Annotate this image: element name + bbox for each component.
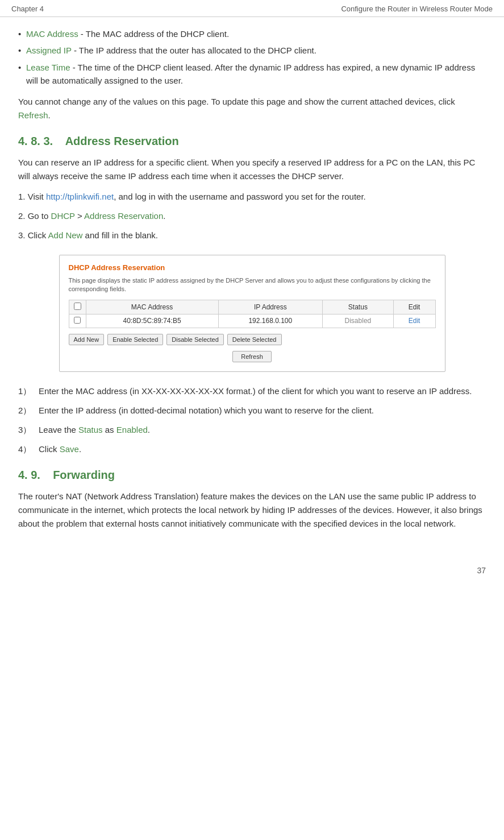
page-number: 37: [477, 566, 486, 575]
add-new-button[interactable]: Add New: [69, 334, 105, 345]
step-2-link2[interactable]: Address Reservation: [84, 211, 163, 221]
enable-selected-button[interactable]: Enable Selected: [107, 334, 163, 345]
sub-step-1-text: Enter the MAC address (in XX-XX-XX-XX-XX…: [39, 384, 486, 398]
col-ip: IP Address: [218, 300, 322, 314]
sub-step-4-save-link[interactable]: Save: [60, 444, 79, 454]
sub-step-4-before: Click: [39, 444, 60, 454]
screenshot-desc: This page displays the static IP address…: [69, 276, 436, 294]
sub-step-1-num: 1）: [18, 384, 39, 398]
col-checkbox: [69, 300, 86, 314]
edit-link[interactable]: Edit: [409, 317, 420, 325]
step-2-num: 2.: [18, 211, 26, 221]
sub-step-4-num: 4）: [18, 442, 39, 456]
section-483-body: You can reserve an IP address for a spec…: [18, 156, 486, 183]
section-49-number: 4. 9.: [18, 469, 40, 481]
refresh-row: Refresh: [69, 351, 436, 362]
step-1-link[interactable]: http://tplinkwifi.net: [46, 192, 114, 201]
step-1-after: , and log in with the username and passw…: [114, 192, 366, 201]
col-edit: Edit: [393, 300, 435, 314]
sub-step-4-after: .: [79, 444, 81, 454]
refresh-para-text: You cannot change any of the values on t…: [18, 97, 455, 106]
lease-time-label: Lease Time: [26, 63, 70, 72]
row-checkbox-cell: [69, 314, 86, 328]
step-2: 2. Go to DHCP > Address Reservation.: [18, 209, 486, 223]
sub-step-3-after: .: [148, 425, 150, 435]
step-3: 3. Click Add New and fill in the blank.: [18, 229, 486, 242]
header-right: Configure the Router in Wireless Router …: [341, 5, 493, 13]
sub-step-3-status-link[interactable]: Status: [78, 425, 103, 435]
sub-step-2: 2） Enter the IP address (in dotted-decim…: [18, 404, 486, 417]
sub-steps-list: 1） Enter the MAC address (in XX-XX-XX-XX…: [18, 384, 486, 456]
step-2-mid: >: [75, 211, 84, 221]
col-mac: MAC Address: [86, 300, 218, 314]
row-edit: Edit: [393, 314, 435, 328]
sub-step-3-text: Leave the Status as Enabled.: [39, 423, 486, 437]
page-footer: 37: [0, 555, 504, 581]
section-49-title: Forwarding: [53, 469, 115, 481]
row-mac: 40:8D:5C:89:74:B5: [86, 314, 218, 328]
dhcp-table: MAC Address IP Address Status Edit 40:8D…: [69, 300, 436, 328]
sub-step-3-enabled-link[interactable]: Enabled: [116, 425, 148, 435]
refresh-link[interactable]: Refresh: [18, 110, 48, 120]
sub-step-4-text: Click Save.: [39, 442, 486, 456]
sub-step-3: 3） Leave the Status as Enabled.: [18, 423, 486, 437]
row-checkbox[interactable]: [74, 317, 81, 324]
step-2-before: Go to: [28, 211, 51, 221]
mac-address-label: MAC Address: [26, 29, 78, 39]
row-ip: 192.168.0.100: [218, 314, 322, 328]
header-left: Chapter 4: [11, 5, 44, 13]
refresh-period: .: [48, 110, 51, 120]
step-2-after: .: [163, 211, 165, 221]
sub-step-3-mid: as: [103, 425, 116, 435]
section-49-body: The router's NAT (Network Address Transl…: [18, 490, 486, 531]
step-1-num: 1.: [18, 192, 26, 201]
col-status: Status: [323, 300, 394, 314]
refresh-paragraph: You cannot change any of the values on t…: [18, 95, 486, 122]
sub-step-1: 1） Enter the MAC address (in XX-XX-XX-XX…: [18, 384, 486, 398]
step-3-num: 3.: [18, 230, 26, 240]
bullet-ip: Assigned IP - The IP address that the ou…: [18, 44, 486, 57]
delete-selected-button[interactable]: Delete Selected: [227, 334, 282, 345]
assigned-ip-label: Assigned IP: [26, 45, 72, 55]
mac-address-text: - The MAC address of the DHCP client.: [78, 29, 229, 39]
page-header: Chapter 4 Configure the Router in Wirele…: [0, 0, 504, 17]
header-checkbox[interactable]: [74, 303, 81, 310]
step-3-link[interactable]: Add New: [48, 230, 83, 240]
section-483-heading: 4. 8. 3. Address Reservation: [18, 135, 486, 148]
lease-time-text: - The time of the DHCP client leased. Af…: [26, 63, 475, 85]
assigned-ip-text: - The IP address that the outer has allo…: [72, 45, 316, 55]
step-3-after: and fill in the blank.: [82, 230, 158, 240]
section-483-number: 4. 8. 3.: [18, 135, 53, 147]
refresh-button[interactable]: Refresh: [232, 351, 272, 362]
sub-step-3-before: Leave the: [39, 425, 78, 435]
step-1-before: Visit: [28, 192, 46, 201]
bullet-lease: Lease Time - The time of the DHCP client…: [18, 61, 486, 88]
bullet-mac: MAC Address - The MAC address of the DHC…: [18, 27, 486, 40]
section-483-title: Address Reservation: [65, 135, 179, 147]
table-row: 40:8D:5C:89:74:B5 192.168.0.100 Disabled…: [69, 314, 435, 328]
screenshot-title: DHCP Address Reservation: [69, 263, 436, 272]
screenshot-box: DHCP Address Reservation This page displ…: [59, 255, 445, 372]
disable-selected-button[interactable]: Disable Selected: [166, 334, 224, 345]
section-49-heading: 4. 9. Forwarding: [18, 469, 486, 482]
table-buttons: Add New Enable Selected Disable Selected…: [69, 334, 436, 345]
step-2-link1[interactable]: DHCP: [51, 211, 75, 221]
step-1: 1. Visit http://tplinkwifi.net, and log …: [18, 190, 486, 204]
step-3-before: Click: [28, 230, 48, 240]
bullet-list: MAC Address - The MAC address of the DHC…: [18, 27, 486, 87]
sub-step-3-num: 3）: [18, 423, 39, 437]
sub-step-2-text: Enter the IP address (in dotted-decimal …: [39, 404, 486, 417]
sub-step-2-num: 2）: [18, 404, 39, 417]
row-status: Disabled: [323, 314, 394, 328]
sub-step-4: 4） Click Save.: [18, 442, 486, 456]
